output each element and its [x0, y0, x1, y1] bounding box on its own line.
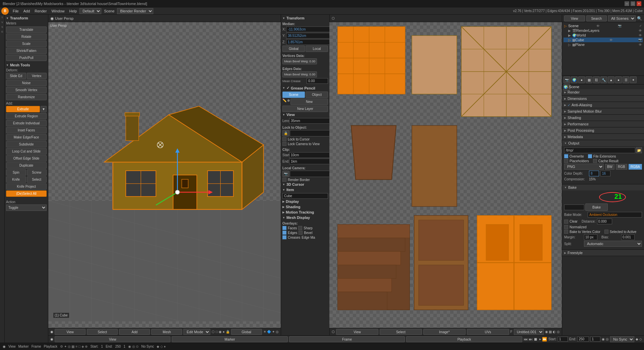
aa-header[interactable]: ▶ ✓ Anti-Aliasing — [562, 102, 644, 108]
render-section-header[interactable]: ▶ Render — [562, 89, 644, 95]
global-btn[interactable]: Global — [282, 46, 305, 52]
extrude-dropdown[interactable]: ▼ — [41, 106, 47, 112]
extrude-btn[interactable]: Extrude — [6, 106, 40, 112]
icon-shading[interactable]: S — [0, 25, 4, 29]
scale-btn[interactable]: Scale — [6, 41, 47, 47]
lens-input[interactable] — [289, 118, 329, 124]
bake-mode-input[interactable] — [588, 212, 642, 218]
new-btn[interactable]: New — [290, 99, 328, 105]
rgb-btn[interactable]: RGB — [616, 164, 627, 170]
timeline-playback-btn[interactable]: Playback — [406, 336, 522, 342]
constraint-icon-btn[interactable]: ⛓ — [593, 76, 600, 83]
menu-render[interactable]: Render — [33, 8, 49, 14]
transform-prop-header[interactable]: ▼ Transform — [282, 16, 328, 20]
end-input[interactable] — [289, 159, 329, 164]
outliner-plane[interactable]: ▷ ▦ Plane 👁 — [564, 42, 643, 47]
push-pull-btn[interactable]: Push/Pull — [6, 55, 47, 61]
menu-window[interactable]: Window — [49, 8, 66, 14]
uv-canvas[interactable] — [329, 22, 562, 328]
uv-select-btn[interactable]: Select — [380, 329, 422, 335]
render-border-cb[interactable] — [282, 178, 286, 182]
timeline-marker-btn[interactable]: Marker — [172, 336, 287, 342]
view-header[interactable]: ▼ View — [282, 113, 328, 117]
renderlayers-eye[interactable]: 👁 — [639, 29, 642, 33]
display-header[interactable]: ▶ Display — [282, 199, 328, 203]
minimize-button[interactable]: ─ — [625, 1, 629, 6]
icon-view[interactable]: V — [0, 20, 4, 24]
smooth-vertex-btn[interactable]: Smooth Vertex — [6, 87, 47, 93]
mean-bevel-e-btn[interactable]: Mean Bevel Weig: 0.00 — [282, 71, 317, 77]
cache-cb[interactable] — [593, 159, 597, 163]
mean-bevel-v-btn[interactable]: Mean Bevel Weig: 0.00 — [282, 58, 317, 64]
material-icon-btn[interactable]: ● — [615, 76, 622, 83]
motion-tracking-header[interactable]: ▶ Motion Tracking — [282, 210, 328, 214]
dimensions-header[interactable]: ▶ Dimensions — [562, 96, 644, 102]
status-view-btn[interactable]: View — [8, 345, 16, 348]
start-input[interactable] — [289, 152, 329, 158]
render-engine-select[interactable]: Blender Render — [117, 8, 153, 14]
shading-header[interactable]: ▶ Shading — [282, 205, 328, 209]
shading-r-header[interactable]: ▶ Shading — [562, 115, 644, 121]
duplicate-btn[interactable]: Duplicate — [6, 162, 47, 169]
current-frame-input[interactable] — [590, 337, 600, 342]
bevel-cb[interactable] — [299, 231, 303, 235]
scene-btn[interactable]: Scene — [282, 92, 305, 98]
maximize-button[interactable]: □ — [631, 1, 635, 6]
mesh-btn-footer[interactable]: Mesh — [151, 329, 182, 335]
subdivide-btn[interactable]: Subdivide — [6, 141, 47, 148]
close-button[interactable]: × — [637, 1, 641, 6]
deselect-all-btn[interactable]: (De)Select All — [6, 190, 47, 197]
knife-project-btn[interactable]: Knife Project — [6, 183, 47, 190]
loop-cut-btn[interactable]: Loop Cut and Slide — [6, 148, 47, 155]
slide-ed-btn[interactable]: Slide Ed — [6, 73, 26, 79]
local-btn[interactable]: Local — [306, 46, 328, 52]
mesh-display-header[interactable]: ▼ Mesh Display — [282, 216, 328, 220]
noise-btn[interactable]: Noise — [6, 80, 47, 86]
3d-viewport[interactable]: ◉ User Persp — [48, 15, 281, 335]
uv-view-btn[interactable]: View — [336, 329, 378, 335]
scene-item[interactable]: ▷ Scene 👁 📷 ✓ — [564, 23, 643, 28]
image-name-select[interactable]: Untitled.001 — [514, 329, 544, 335]
menu-add[interactable]: Add — [21, 8, 32, 14]
margin-input[interactable] — [584, 234, 597, 240]
selected-active-cb[interactable] — [604, 230, 608, 234]
add-btn-footer[interactable]: Add — [119, 329, 150, 335]
particles-icon-btn[interactable]: ✦ — [630, 76, 637, 83]
creases-cb[interactable] — [282, 235, 286, 239]
spin-btn[interactable]: Spin — [6, 169, 26, 176]
cube-eye[interactable]: 👁 — [609, 38, 613, 42]
grease-pencil-header[interactable]: ▼ ✓ Grease Pencil — [282, 86, 328, 90]
y-input[interactable] — [286, 33, 329, 39]
mb-header[interactable]: ▶ Sampled Motion Blur — [562, 108, 644, 114]
color-depth-16[interactable] — [600, 171, 610, 176]
edges-cb[interactable] — [282, 231, 286, 235]
object-icon-btn[interactable]: ▦ — [586, 76, 592, 83]
item-header[interactable]: ▼ Item — [282, 188, 328, 192]
split-select[interactable]: Automatic — [584, 241, 642, 247]
bake-clear-cb[interactable] — [564, 220, 568, 224]
start-frame-input[interactable] — [558, 337, 568, 342]
menu-help[interactable]: Help — [67, 8, 79, 14]
post-header[interactable]: ▶ Post Processing — [562, 127, 644, 133]
extrude-individual-btn[interactable]: Extrude Individual — [6, 120, 47, 126]
scene-render-icon[interactable]: ✓ — [639, 24, 642, 27]
plane-eye[interactable]: 👁 — [639, 43, 642, 47]
randomize-btn[interactable]: Randomize — [6, 94, 47, 100]
local-cam-input[interactable] — [290, 171, 329, 177]
meta-header[interactable]: ▶ Metadata — [562, 134, 644, 140]
inset-faces-btn[interactable]: Inset Faces — [6, 127, 47, 133]
timeline-view-btn[interactable]: View — [55, 336, 170, 342]
status-marker-btn[interactable]: Marker — [18, 345, 29, 348]
screw-btn[interactable]: Screw — [27, 169, 47, 176]
distance-input[interactable] — [597, 219, 612, 224]
bias-input[interactable] — [621, 234, 635, 240]
offset-edge-btn[interactable]: Offset Edge Slide — [6, 155, 47, 162]
lock-obj-btn[interactable]: 🔒 — [282, 130, 289, 136]
view-scene-btn[interactable]: View — [564, 15, 585, 21]
faces-cb[interactable] — [282, 226, 286, 230]
end-frame-input[interactable] — [577, 337, 589, 342]
texture-icon-btn[interactable]: ☰ — [623, 76, 629, 83]
action-select[interactable]: Toggle — [6, 205, 47, 211]
transform-header[interactable]: ▼ Transform — [6, 16, 47, 20]
3d-cursor-header[interactable]: ▼ 3D Cursor — [282, 182, 328, 186]
